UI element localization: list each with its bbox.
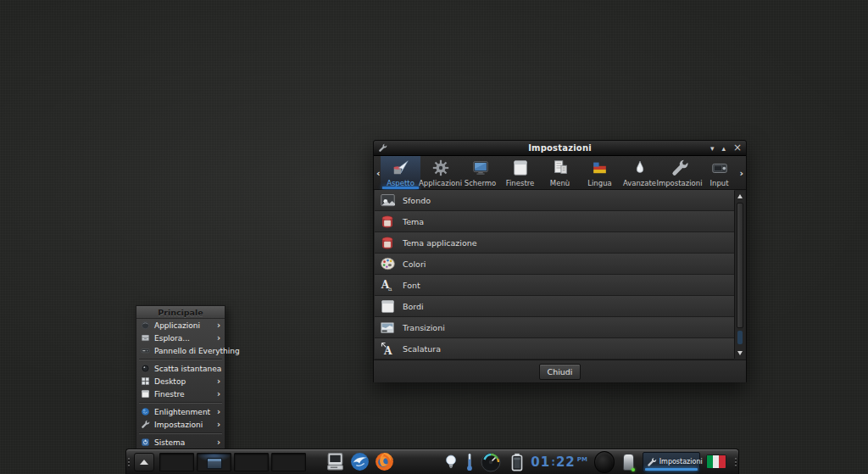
dialog-button-bar: Chiudi xyxy=(374,360,746,382)
scroll-up-icon[interactable] xyxy=(737,194,743,198)
submenu-arrow-icon: › xyxy=(217,332,220,344)
titlebar[interactable]: Impostazioni ▾ ▴ × xyxy=(374,141,746,156)
tab-input[interactable]: Input xyxy=(699,156,739,189)
close-button[interactable]: × xyxy=(733,141,742,156)
pager-desktop-2[interactable] xyxy=(197,453,231,471)
everything-panel-icon xyxy=(141,346,150,355)
list-item-scalatura[interactable]: A Scalatura xyxy=(375,338,734,360)
wrench-icon xyxy=(378,143,387,153)
submenu-arrow-icon: › xyxy=(217,320,220,332)
taskbar-item-impostazioni[interactable]: Impostazioni xyxy=(643,452,700,472)
tab-aspetto[interactable]: Aspetto xyxy=(381,156,420,189)
tab-label: Schermo xyxy=(465,179,497,187)
tab-lingua[interactable]: Lingua xyxy=(580,156,620,189)
tab-applicazioni[interactable]: Applicazioni xyxy=(420,156,460,189)
enlightenment-icon xyxy=(141,407,150,416)
menu-item-label: Desktop xyxy=(154,377,186,386)
borders-icon xyxy=(379,298,396,315)
application-theme-icon xyxy=(379,234,396,251)
list-item-colori[interactable]: Colori xyxy=(375,254,734,275)
tab-avanzate[interactable]: Avanzate xyxy=(620,156,659,189)
wrench-icon xyxy=(647,457,657,467)
unshade-button[interactable]: ▴ xyxy=(721,141,726,156)
menu-item-applicazioni[interactable]: Applicazioni › xyxy=(136,319,225,332)
mail-icon[interactable] xyxy=(349,451,370,472)
screenshot-icon xyxy=(141,364,150,373)
scroll-down-icon[interactable] xyxy=(737,351,743,355)
mixer-knob-icon[interactable] xyxy=(594,451,615,473)
windows-icon xyxy=(141,389,150,399)
menu-item-label: Finestre xyxy=(154,390,185,399)
scrollbar-thumb[interactable] xyxy=(737,203,743,328)
explore-icon xyxy=(141,333,150,343)
list-item-sfondo[interactable]: Sfondo xyxy=(375,190,734,211)
clock-meridiem: PM xyxy=(577,456,587,463)
italian-flag-icon[interactable] xyxy=(706,454,726,469)
scrollbar[interactable] xyxy=(734,191,745,359)
tab-menu[interactable]: Menù xyxy=(540,156,580,189)
scrollbar-glow xyxy=(737,331,743,344)
menu-item-esplora[interactable]: Esplora... › xyxy=(136,332,225,344)
shelf-handle[interactable] xyxy=(126,458,131,466)
font-icon: Aa xyxy=(379,276,396,293)
cpufreq-icon[interactable] xyxy=(480,451,502,473)
screen-icon xyxy=(470,158,491,178)
submenu-arrow-icon: › xyxy=(217,437,220,449)
menu-item-label: Impostazioni xyxy=(154,421,203,429)
list-item-label: Scalatura xyxy=(403,344,441,354)
backlight-icon[interactable] xyxy=(442,453,459,471)
pager-desktop-4[interactable] xyxy=(271,453,306,471)
temperature-icon[interactable] xyxy=(465,452,474,471)
taskbar-item-label: Impostazioni xyxy=(659,458,703,466)
settings-window: Impostazioni ▾ ▴ × ‹ Aspetto Applicazion… xyxy=(373,140,747,382)
menu-item-scatta-istantanea[interactable]: Scatta istantanea xyxy=(136,362,225,375)
scaling-icon: A xyxy=(379,340,396,357)
menu-item-label: Esplora... xyxy=(154,334,190,343)
list-item-label: Sfondo xyxy=(403,196,431,205)
list-item-bordi[interactable]: Bordi xyxy=(375,296,734,317)
pager xyxy=(159,453,306,471)
close-dialog-button[interactable]: Chiudi xyxy=(539,364,581,380)
submenu-arrow-icon: › xyxy=(217,376,220,388)
list-item-tema[interactable]: Tema xyxy=(375,211,734,232)
transitions-icon xyxy=(379,319,396,336)
battery-icon[interactable] xyxy=(508,452,526,472)
list-item-label: Font xyxy=(403,281,420,290)
shelf-handle[interactable] xyxy=(733,458,738,466)
toolbar-scroll-right-icon[interactable]: › xyxy=(739,168,743,179)
firefox-icon[interactable] xyxy=(374,451,395,472)
list-item-tema-applicazione[interactable]: Tema applicazione xyxy=(375,232,734,254)
tab-impostazioni[interactable]: Impostazioni xyxy=(659,156,699,189)
pager-window-preview[interactable] xyxy=(207,458,222,469)
appearance-icon xyxy=(391,158,411,178)
clock[interactable]: 01 : 22 PM xyxy=(531,454,587,470)
window-title: Impostazioni xyxy=(374,143,746,153)
shelf: 01 : 22 PM Impostazioni xyxy=(125,449,739,474)
menu-item-impostazioni[interactable]: Impostazioni › xyxy=(136,418,225,431)
menu-item-label: Sistema xyxy=(154,438,185,447)
input-icon xyxy=(709,158,730,178)
toolbar-scroll-left-icon[interactable]: ‹ xyxy=(376,168,381,179)
pager-desktop-1[interactable] xyxy=(159,453,194,471)
start-button[interactable] xyxy=(134,453,154,471)
systray-icon[interactable] xyxy=(623,454,634,471)
menu-item-finestre[interactable]: Finestre › xyxy=(136,388,225,400)
pager-desktop-3[interactable] xyxy=(234,453,269,471)
list-item-font[interactable]: Aa Font xyxy=(375,275,734,296)
tab-schermo[interactable]: Schermo xyxy=(460,156,500,189)
menu-item-pannello-di-everything[interactable]: Pannello di Everything xyxy=(136,344,225,357)
windows-icon xyxy=(511,158,530,178)
list-item-label: Transizioni xyxy=(403,323,445,332)
shade-button[interactable]: ▾ xyxy=(710,141,715,156)
menu-item-desktop[interactable]: Desktop › xyxy=(136,375,225,388)
desktop-icon xyxy=(141,376,150,386)
menu-item-sistema[interactable]: Sistema › xyxy=(136,436,225,449)
menu-item-label: Enlightenment xyxy=(154,408,210,416)
menu-item-enlightenment[interactable]: Enlightenment › xyxy=(136,405,225,418)
arrow-up-icon xyxy=(140,460,148,465)
file-manager-icon[interactable] xyxy=(325,451,346,472)
menus-icon xyxy=(551,158,570,178)
list-item-transizioni[interactable]: Transizioni xyxy=(375,317,734,338)
tab-finestre[interactable]: Finestre xyxy=(500,156,540,189)
status-led xyxy=(632,468,635,471)
